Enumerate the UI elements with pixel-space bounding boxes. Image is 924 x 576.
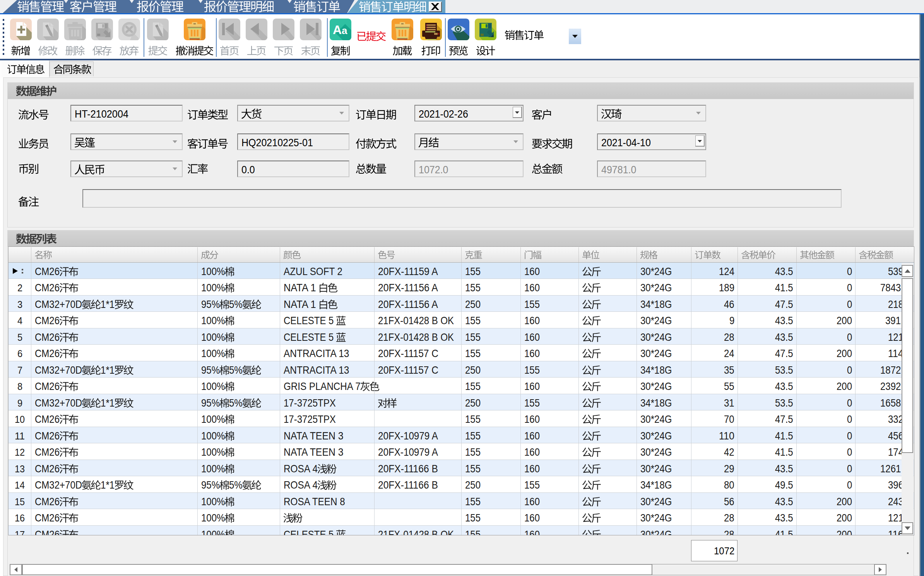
svg-text:30*24G: 30*24G [640, 512, 672, 524]
svg-text:CM26: CM26 [35, 446, 60, 458]
svg-text:160: 160 [524, 414, 540, 425]
svg-text:CM26: CM26 [35, 315, 60, 326]
svg-text:155: 155 [465, 315, 481, 326]
svg-text:0: 0 [847, 332, 852, 343]
svg-text:47.5: 47.5 [775, 348, 793, 359]
svg-text:155: 155 [524, 364, 540, 376]
svg-text:A: A [333, 23, 342, 37]
svg-text:20FX-11157 C: 20FX-11157 C [378, 364, 438, 376]
svg-text:20FX-11156 A: 20FX-11156 A [378, 299, 438, 310]
svg-text:CM26: CM26 [35, 266, 60, 277]
svg-text:250: 250 [465, 479, 481, 491]
svg-text:0: 0 [847, 266, 852, 277]
svg-text:47.5: 47.5 [775, 414, 793, 425]
svg-text:100%: 100% [201, 512, 225, 524]
svg-text:NATA 1: NATA 1 [284, 299, 319, 310]
svg-text:13: 13 [15, 463, 25, 475]
svg-text:1*1: 1*1 [101, 364, 115, 376]
svg-text:100%: 100% [201, 315, 225, 326]
svg-text:34*18G: 34*18G [640, 397, 672, 409]
svg-text:49.5: 49.5 [775, 479, 793, 491]
svg-text:31: 31 [724, 397, 734, 409]
svg-text:24: 24 [724, 348, 734, 359]
svg-text:17-3725TPX: 17-3725TPX [284, 414, 336, 425]
svg-text:20FX-11159 A: 20FX-11159 A [378, 266, 438, 277]
svg-text:0: 0 [847, 463, 852, 475]
svg-text:160: 160 [524, 282, 540, 294]
svg-text:160: 160 [524, 430, 540, 442]
svg-text:53.5: 53.5 [775, 364, 793, 376]
svg-text:CM26: CM26 [35, 496, 60, 508]
svg-text:ROSA 4: ROSA 4 [284, 479, 318, 491]
svg-text:CM26: CM26 [35, 512, 60, 524]
svg-text:30*24G: 30*24G [640, 430, 672, 442]
svg-text:7: 7 [17, 364, 22, 376]
svg-text:160: 160 [524, 512, 540, 524]
svg-text:55: 55 [724, 381, 734, 392]
svg-text:100%: 100% [201, 463, 225, 475]
svg-text:0: 0 [847, 397, 852, 409]
svg-text:ROSA TEEN 8: ROSA TEEN 8 [284, 496, 345, 508]
svg-text:3: 3 [17, 299, 22, 310]
svg-text:4: 4 [17, 315, 22, 326]
svg-text:2: 2 [17, 282, 22, 294]
svg-text:20FX-10979 A: 20FX-10979 A [378, 430, 438, 442]
svg-text:20FX-10979 A: 20FX-10979 A [378, 446, 438, 458]
svg-text:30*24G: 30*24G [640, 332, 672, 343]
svg-text:5%: 5% [229, 479, 243, 491]
svg-text:155: 155 [465, 266, 481, 277]
svg-text:2021-04-10: 2021-04-10 [601, 137, 651, 149]
svg-text:43.5: 43.5 [775, 512, 793, 524]
svg-text:9: 9 [17, 397, 22, 409]
svg-text:200: 200 [837, 512, 852, 524]
svg-text:NATA TEEN 3: NATA TEEN 3 [284, 430, 344, 442]
svg-text:100%: 100% [201, 414, 225, 425]
svg-text:30*24G: 30*24G [640, 463, 672, 475]
svg-text:250: 250 [465, 397, 481, 409]
svg-text:100%: 100% [201, 332, 225, 343]
svg-text:20FX-11166 B: 20FX-11166 B [378, 479, 438, 491]
svg-text:160: 160 [524, 381, 540, 392]
svg-text:1*1: 1*1 [101, 397, 115, 409]
svg-text:CM32+70D: CM32+70D [35, 364, 82, 376]
svg-text:9: 9 [729, 315, 734, 326]
svg-text:250: 250 [465, 364, 481, 376]
svg-text:34*18G: 34*18G [640, 479, 672, 491]
svg-text:CM26: CM26 [35, 463, 60, 475]
svg-text:HT-2102004: HT-2102004 [75, 108, 128, 120]
svg-text:100%: 100% [201, 381, 225, 392]
svg-text:16: 16 [15, 512, 25, 524]
svg-text:CM26: CM26 [35, 381, 60, 392]
svg-text:15: 15 [15, 496, 25, 508]
svg-text:21FX-01428 B OK: 21FX-01428 B OK [378, 332, 454, 343]
svg-text:8: 8 [17, 381, 22, 392]
svg-text:155: 155 [465, 348, 481, 359]
svg-text:95%: 95% [201, 364, 220, 376]
svg-text:10: 10 [15, 414, 25, 425]
svg-text:11: 11 [15, 430, 25, 442]
svg-text:CELESTE 5: CELESTE 5 [284, 332, 336, 343]
svg-text:AZUL SOFT 2: AZUL SOFT 2 [284, 266, 342, 277]
svg-text:35: 35 [724, 364, 734, 376]
svg-text:124: 124 [719, 266, 734, 277]
svg-text:GRIS PLANCHA 7: GRIS PLANCHA 7 [284, 381, 361, 392]
svg-text:a: a [342, 25, 347, 36]
svg-text:CM32+70D: CM32+70D [35, 479, 82, 491]
svg-text:5%: 5% [229, 397, 243, 409]
svg-text:42: 42 [724, 446, 734, 458]
svg-text:200: 200 [837, 315, 852, 326]
svg-text:0: 0 [847, 282, 852, 294]
svg-text:100%: 100% [201, 266, 225, 277]
svg-text:0: 0 [847, 430, 852, 442]
svg-text:43.5: 43.5 [775, 463, 793, 475]
svg-text:NATA 1: NATA 1 [284, 282, 319, 294]
svg-text:1072.0: 1072.0 [419, 164, 448, 176]
svg-text:155: 155 [465, 430, 481, 442]
svg-text:100%: 100% [201, 282, 225, 294]
svg-text:56: 56 [724, 496, 734, 508]
svg-text:155: 155 [465, 332, 481, 343]
svg-text:20FX-11156 A: 20FX-11156 A [378, 282, 438, 294]
svg-text:30*24G: 30*24G [640, 414, 672, 425]
svg-text:95%: 95% [201, 479, 220, 491]
svg-text:100%: 100% [201, 348, 225, 359]
